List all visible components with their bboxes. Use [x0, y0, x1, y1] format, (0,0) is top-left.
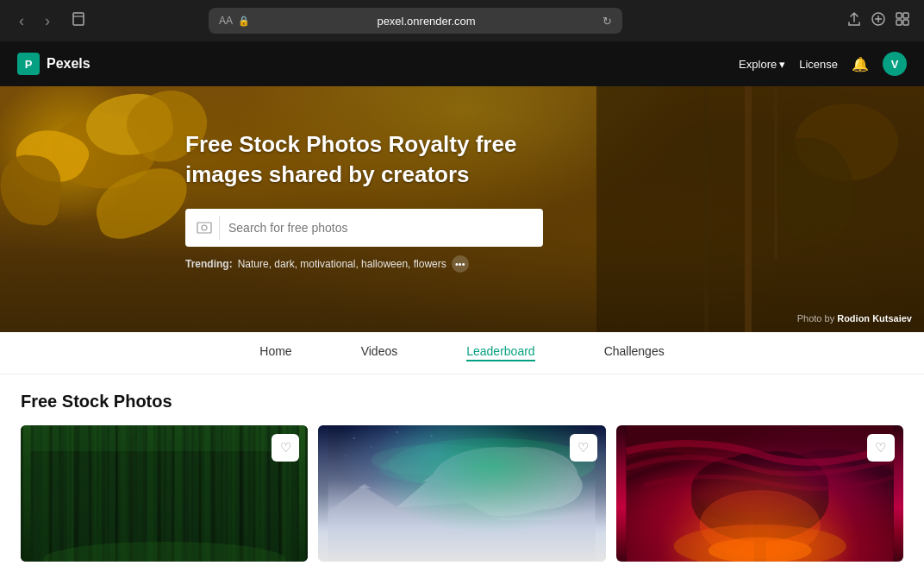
address-bar[interactable]: AA 🔒 pexel.onrender.com ↻ [209, 8, 622, 34]
like-button-2[interactable]: ♡ [570, 434, 597, 462]
brand-name: Pexels [47, 56, 91, 72]
svg-rect-8 [903, 20, 908, 25]
tab-challenges[interactable]: Challenges [604, 344, 665, 361]
svg-rect-6 [903, 13, 908, 18]
svg-rect-41 [31, 425, 298, 451]
new-tab-button[interactable] [871, 11, 886, 31]
navbar-right: Explore ▾ License 🔔 V [739, 52, 907, 76]
url-display: pexel.onrender.com [255, 15, 597, 28]
notifications-button[interactable]: 🔔 [852, 56, 869, 72]
reload-icon[interactable]: ↻ [602, 15, 612, 28]
section-title: Free Stock Photos [21, 392, 903, 412]
hero-content: Free Stock Photos Royalty free images sh… [0, 86, 924, 273]
search-input[interactable] [228, 221, 533, 235]
photo-bg-aurora [318, 425, 605, 562]
aa-label: AA [219, 15, 233, 27]
photo-bg-redsky [616, 425, 903, 562]
tab-home[interactable]: Home [259, 344, 291, 361]
app-logo[interactable]: P Pexels [17, 53, 91, 75]
like-button-1[interactable]: ♡ [272, 434, 299, 462]
photographer-link[interactable]: Rodion Kutsaiev [837, 313, 912, 324]
logo-icon: P [17, 53, 40, 75]
hero-title: Free Stock Photos Royalty free images sh… [185, 129, 565, 190]
svg-rect-7 [896, 20, 902, 25]
lock-icon: 🔒 [238, 16, 250, 27]
share-button[interactable] [846, 11, 862, 31]
bookmarks-button[interactable] [66, 8, 91, 34]
photo-credit: Photo by Rodion Kutsaiev [797, 313, 912, 324]
svg-rect-9 [197, 223, 211, 233]
svg-point-10 [202, 225, 207, 230]
nav-tabs: Home Videos Leaderboard Challenges [0, 332, 924, 374]
app-navbar: P Pexels Explore ▾ License 🔔 V [0, 41, 924, 86]
main-content: Free Stock Photos [0, 374, 924, 578]
svg-rect-0 [73, 13, 84, 25]
license-button[interactable]: License [799, 58, 838, 71]
trending-terms[interactable]: Nature, dark, motivational, halloween, f… [238, 258, 446, 270]
photo-card[interactable]: ♡ [21, 425, 308, 562]
svg-rect-5 [896, 13, 902, 18]
trending-row: Trending: Nature, dark, motivational, ha… [185, 255, 924, 273]
photo-grid: ♡ [21, 425, 903, 562]
trending-more-button[interactable]: ••• [452, 255, 469, 273]
like-button-3[interactable]: ♡ [867, 434, 895, 462]
forest-svg [21, 425, 308, 562]
photo-card[interactable]: ♡ [318, 425, 605, 562]
search-bar [185, 209, 543, 247]
photo-card[interactable]: ♡ [616, 425, 903, 562]
photo-bg-forest [21, 425, 308, 562]
tab-videos[interactable]: Videos [361, 344, 398, 361]
avatar[interactable]: V [883, 52, 907, 76]
back-button[interactable]: ‹ [14, 9, 29, 34]
browser-actions [846, 11, 910, 31]
hero-section: Free Stock Photos Royalty free images sh… [0, 86, 924, 332]
search-icon [196, 216, 220, 240]
trending-label: Trending: [185, 258, 233, 270]
browser-chrome: ‹ › AA 🔒 pexel.onrender.com ↻ [0, 0, 924, 41]
tab-leaderboard[interactable]: Leaderboard [466, 344, 534, 361]
tabs-button[interactable] [895, 11, 910, 31]
forward-button[interactable]: › [40, 9, 55, 34]
explore-button[interactable]: Explore ▾ [739, 58, 785, 71]
